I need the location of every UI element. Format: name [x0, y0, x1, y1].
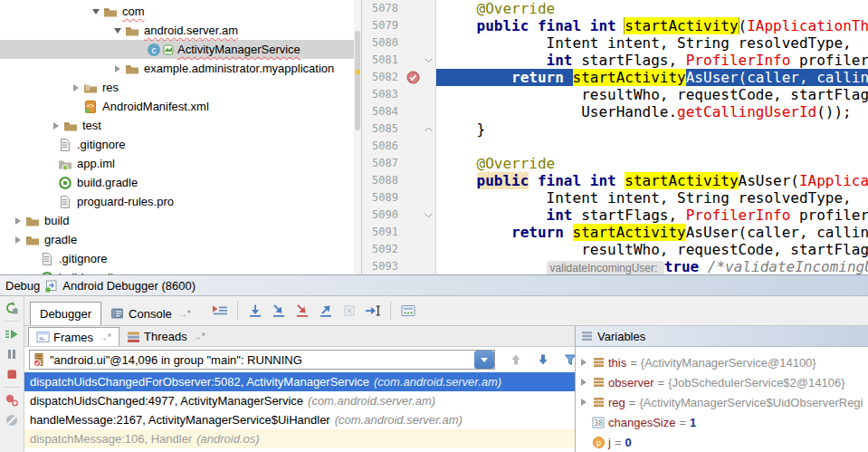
editor-line-5088[interactable]: 5088 public final int startActivityAsUse… [362, 172, 868, 189]
tab-console[interactable]: Console →* [101, 302, 200, 325]
debug-window-icon [44, 279, 58, 293]
tree-item-androidmanifest-xml[interactable]: <>AndroidManifest.xml [0, 97, 361, 116]
tree-item-build-gradle[interactable]: build.gradle [0, 268, 361, 274]
variable-name: this [606, 356, 626, 370]
tree-item-proguard-rules-pro[interactable]: proguard-rules.pro [0, 192, 361, 211]
fold-marker-icon[interactable] [422, 120, 436, 138]
thread-selector[interactable]: "android.ui"@14,096 in group "main": RUN… [29, 350, 495, 370]
chevron-expanded-icon[interactable] [89, 9, 103, 14]
fold-gutter [422, 241, 436, 258]
dropdown-arrow-button[interactable] [474, 351, 494, 369]
tree-item-gradle[interactable]: gradle [0, 230, 361, 249]
breakpoint-hit-icon[interactable] [404, 69, 422, 86]
tree-item-activitymanagerservice[interactable]: cActivityManagerService [0, 40, 361, 59]
down-arrow-button[interactable] [533, 350, 553, 370]
tab-threads-label: Threads [144, 330, 187, 343]
expand-arrow-icon[interactable] [577, 358, 590, 367]
evaluate-expression-button[interactable] [397, 300, 419, 322]
tree-item-com[interactable]: com [0, 2, 361, 21]
fold-gutter [422, 189, 436, 207]
editor-line-5079[interactable]: 5079 public final int startActivity(IApp… [362, 17, 868, 34]
variable-row-changesSize[interactable]: 38changesSize=1 [576, 412, 868, 432]
fold-marker-icon[interactable] [422, 52, 436, 69]
editor-line-5092[interactable]: 5092 resultWho, requestCode, startFlags,… [362, 241, 868, 258]
show-execution-point-button[interactable] [209, 300, 231, 322]
editor-line-5078[interactable]: 5078 @Override [362, 0, 868, 17]
tree-item-res[interactable]: res [0, 78, 361, 97]
editor-line-5085[interactable]: 5085 } [362, 120, 868, 138]
tree-item-label: android.server.am [141, 24, 238, 37]
chevron-collapsed-icon[interactable] [11, 236, 25, 244]
debug-left-toolbar [0, 296, 24, 452]
editor-line-5080[interactable]: 5080 Intent intent, String resolvedType, [362, 34, 868, 52]
chevron-collapsed-icon[interactable] [49, 122, 63, 130]
force-step-into-button[interactable] [291, 300, 313, 322]
debug-panel-header[interactable]: Debug Android Debugger (8600) [0, 275, 868, 296]
fold-gutter [422, 34, 436, 52]
chevron-expanded-icon[interactable] [110, 28, 125, 34]
stop-button[interactable] [0, 364, 24, 384]
view-breakpoints-button[interactable] [0, 390, 24, 410]
editor-line-5083[interactable]: 5083 resultWho, requestCode, startFlags,… [362, 86, 868, 103]
step-out-button[interactable] [315, 300, 337, 322]
gutter-space [404, 120, 422, 138]
variable-row-j[interactable]: pj=0 [576, 432, 868, 452]
tree-item-example-administrator-myapplication[interactable]: example.administrator.myapplication [0, 59, 361, 78]
frames-icon [36, 331, 50, 343]
editor-line-5084[interactable]: 5084 UserHandle.getCallingUserId()); [362, 103, 868, 120]
project-tree-scrollbar[interactable] [354, 0, 361, 274]
variable-row-reg[interactable]: reg={ActivityManagerService$UidObserverR… [576, 392, 868, 412]
tree-item-label: proguard-rules.pro [74, 195, 174, 208]
editor-line-5081[interactable]: 5081 int startFlags, ProfilerInfo profil… [362, 52, 868, 69]
resume-button[interactable] [0, 324, 24, 344]
expand-arrow-icon[interactable] [577, 398, 590, 407]
editor-line-5086[interactable]: 5086 [362, 138, 868, 155]
tree-item-test[interactable]: test [0, 116, 361, 135]
expand-arrow-icon[interactable] [577, 378, 590, 387]
stack-frame-row[interactable]: dispatchMessage:106, Handler(android.os) [24, 429, 575, 448]
editor-line-5087[interactable]: 5087 @Override [362, 155, 868, 172]
editor-line-5082[interactable]: 5082 return startActivityAsUser(caller, … [362, 69, 868, 86]
mute-breakpoints-button[interactable] [0, 410, 24, 430]
debug-tool-window: Debug Android Debugger (8600) Debugger C… [0, 274, 868, 452]
debug-toolbar: Debugger Console →* [24, 296, 868, 326]
rerun-button[interactable] [0, 298, 24, 318]
editor-line-5089[interactable]: 5089 Intent intent, String resolvedType, [362, 189, 868, 207]
mute-breakpoints-icon [5, 413, 19, 428]
editor-line-5093[interactable]: 5093 validateIncomingUser: true /*valida… [362, 258, 868, 274]
scrollbar-thumb[interactable] [355, 31, 360, 130]
text-file-icon [58, 138, 74, 152]
tree-item-app-iml[interactable]: app.iml [0, 154, 361, 173]
stack-frame-row[interactable]: dispatchUidsChangedForObserver:5082, Act… [24, 372, 575, 391]
run-to-cursor-button[interactable] [362, 300, 384, 322]
step-into-button[interactable] [268, 300, 290, 322]
tree-item-build[interactable]: build [0, 211, 361, 230]
fold-marker-icon[interactable] [422, 207, 436, 224]
step-over-button[interactable] [244, 300, 266, 322]
variable-row-observer[interactable]: observer={JobSchedulerService$2@14106} [576, 372, 868, 392]
filter-button[interactable] [560, 350, 576, 370]
chevron-collapsed-icon[interactable] [11, 217, 25, 225]
gradle-icon [58, 176, 74, 190]
code-editor[interactable]: 5078 @Override5079 public final int star… [362, 0, 868, 274]
tree-item-build-gradle[interactable]: build.gradle [0, 173, 361, 192]
tab-debugger[interactable]: Debugger [30, 302, 101, 325]
stack-frame-row[interactable]: dispatchUidsChanged:4977, ActivityManage… [24, 391, 575, 410]
variable-row-this[interactable]: this={ActivityManagerService@14100} [576, 352, 868, 372]
tree-item--gitignore[interactable]: .gitignore [0, 135, 361, 154]
up-arrow-button [506, 350, 526, 370]
line-number: 5091 [362, 224, 404, 241]
tree-item-android-server-am[interactable]: android.server.am [0, 21, 361, 40]
line-number: 5084 [362, 103, 404, 120]
stack-frame-row[interactable]: handleMessage:2167, ActivityManagerServi… [24, 410, 575, 429]
folder-icon [25, 214, 42, 228]
pause-button[interactable] [0, 344, 24, 364]
editor-line-5091[interactable]: 5091 return startActivityAsUser(caller, … [362, 224, 868, 241]
line-number: 5090 [362, 207, 404, 224]
tree-item--gitignore[interactable]: .gitignore [0, 249, 361, 268]
chevron-collapsed-icon[interactable] [69, 84, 83, 91]
editor-line-5090[interactable]: 5090 int startFlags, ProfilerInfo profil… [362, 207, 868, 224]
tab-frames[interactable]: Frames →* [28, 327, 119, 346]
chevron-collapsed-icon[interactable] [110, 65, 125, 72]
tab-threads[interactable]: Threads →* [119, 327, 213, 346]
